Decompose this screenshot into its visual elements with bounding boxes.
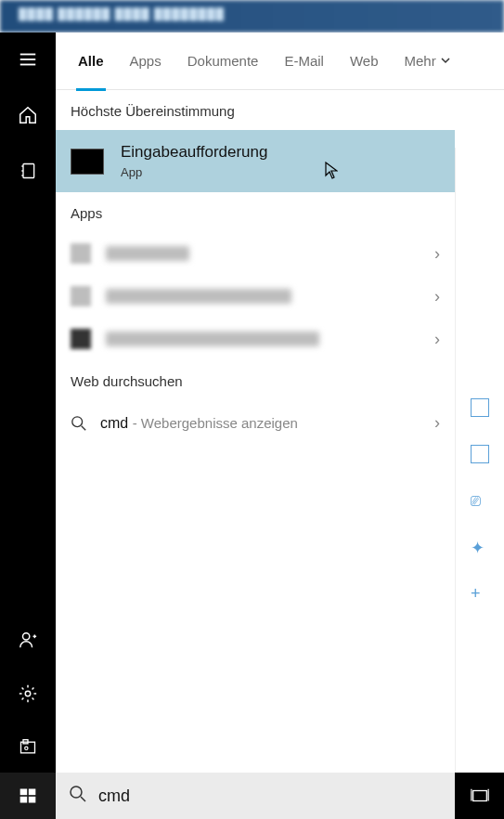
search-input[interactable] (98, 786, 442, 806)
app-result-row[interactable]: › (56, 275, 455, 318)
svg-point-13 (25, 747, 28, 749)
chevron-right-icon: › (434, 330, 440, 349)
chevron-right-icon: › (434, 287, 440, 306)
action-stub-icon[interactable] (471, 445, 489, 463)
tab-documents[interactable]: Dokumente (174, 32, 272, 90)
tab-label: E-Mail (284, 53, 324, 69)
main-area: Alle Apps Dokumente E-Mail Web Mehr Höch… (0, 32, 504, 773)
window-titlebar: ████ ██████ ████ ████████ (0, 0, 504, 32)
app-name-blurred (106, 246, 189, 261)
tab-label: Dokumente (187, 53, 259, 69)
menu-icon[interactable] (18, 49, 38, 70)
task-view-button[interactable] (455, 773, 504, 819)
svg-rect-16 (20, 789, 28, 796)
tab-label: Alle (78, 53, 104, 69)
tab-label: Apps (130, 53, 162, 69)
action-stub-icon[interactable]: ⎚ (471, 491, 489, 510)
best-match-title: Eingabeaufforderung (121, 143, 268, 162)
search-icon (71, 415, 87, 432)
tab-apps[interactable]: Apps (117, 32, 174, 90)
app-name-blurred (106, 289, 291, 304)
web-header: Web durchsuchen (56, 360, 455, 400)
chevron-right-icon: › (434, 244, 440, 264)
chevron-right-icon: › (434, 413, 440, 433)
tab-more-label: Mehr (405, 53, 436, 69)
web-query-text: cmd (100, 415, 128, 431)
titlebar-blurred-text: ████ ██████ ████ ████████ (0, 0, 504, 28)
chevron-down-icon (440, 53, 451, 69)
action-stub-icon[interactable]: + (471, 584, 489, 603)
apps-list: › › › (56, 232, 455, 360)
windows-logo-icon (19, 786, 37, 805)
web-search-result[interactable]: cmd - Webergebnisse anzeigen › (56, 400, 455, 446)
tab-web[interactable]: Web (337, 32, 392, 90)
search-panel: Alle Apps Dokumente E-Mail Web Mehr Höch… (56, 32, 504, 773)
best-match-result[interactable]: Eingabeaufforderung App (56, 130, 455, 192)
notebook-icon[interactable] (18, 161, 38, 181)
svg-rect-19 (29, 797, 36, 803)
tab-email[interactable]: E-Mail (271, 32, 337, 90)
svg-point-14 (72, 416, 83, 426)
settings-icon[interactable] (18, 683, 38, 704)
task-view-icon (470, 786, 490, 806)
picture-icon[interactable] (18, 737, 38, 758)
action-stub-icon[interactable] (471, 398, 489, 417)
tab-all[interactable]: Alle (65, 32, 117, 90)
tab-bar: Alle Apps Dokumente E-Mail Web Mehr (56, 32, 504, 90)
app-icon-blurred (71, 329, 91, 349)
web-desc-text: - Webergebnisse anzeigen (133, 415, 298, 431)
right-actions-strip: ⎚ ✦ + (455, 148, 504, 773)
taskbar (0, 773, 504, 819)
app-icon-blurred (71, 243, 91, 264)
app-result-row[interactable]: › (56, 318, 455, 360)
mouse-cursor-icon (325, 162, 338, 180)
start-button[interactable] (0, 773, 56, 819)
left-rail (0, 32, 56, 773)
app-icon-blurred (71, 286, 91, 306)
svg-point-20 (71, 786, 82, 798)
tab-label: Web (350, 53, 379, 69)
svg-point-7 (23, 633, 30, 640)
action-stub-icon[interactable]: ✦ (471, 538, 489, 556)
best-match-header: Höchste Übereinstimmung (56, 90, 455, 130)
svg-rect-3 (23, 164, 34, 178)
apps-header: Apps (56, 192, 455, 232)
svg-line-21 (81, 797, 85, 801)
svg-point-10 (25, 691, 31, 696)
app-result-row[interactable]: › (56, 232, 455, 275)
search-box[interactable] (56, 773, 455, 819)
search-icon (69, 785, 87, 807)
tab-more[interactable]: Mehr (392, 32, 464, 90)
svg-rect-17 (29, 789, 36, 796)
best-match-subtitle: App (121, 165, 268, 179)
svg-rect-22 (472, 791, 486, 801)
cmd-icon (71, 149, 104, 175)
account-icon[interactable] (18, 630, 38, 650)
home-icon[interactable] (18, 105, 38, 125)
results-area: Höchste Übereinstimmung Eingabeaufforder… (56, 90, 504, 773)
svg-line-15 (82, 425, 86, 430)
svg-rect-18 (20, 797, 28, 803)
app-name-blurred (106, 332, 319, 346)
